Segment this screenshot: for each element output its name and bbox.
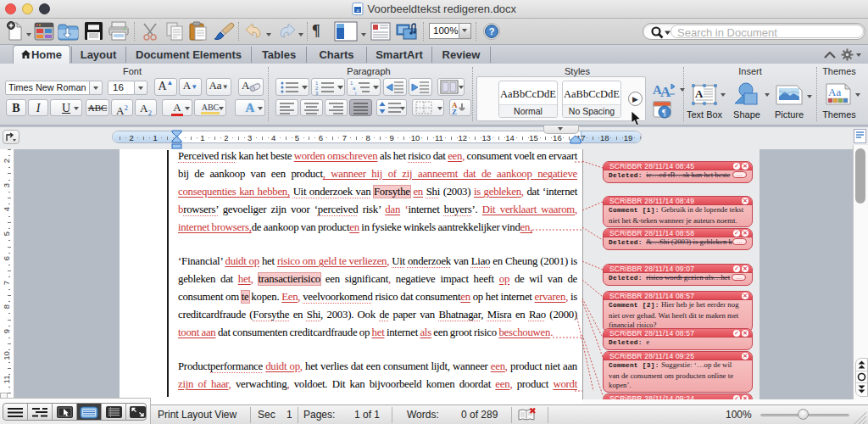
svg-text:i: i [355,91,356,95]
svg-text:¶: ¶ [662,108,666,117]
svg-text:Aa: Aa [828,86,841,98]
svg-text:A: A [660,84,671,99]
svg-text:A: A [695,87,704,100]
svg-text:?: ? [489,26,495,36]
svg-text:Z: Z [452,108,457,115]
svg-text:3: 3 [315,91,319,95]
